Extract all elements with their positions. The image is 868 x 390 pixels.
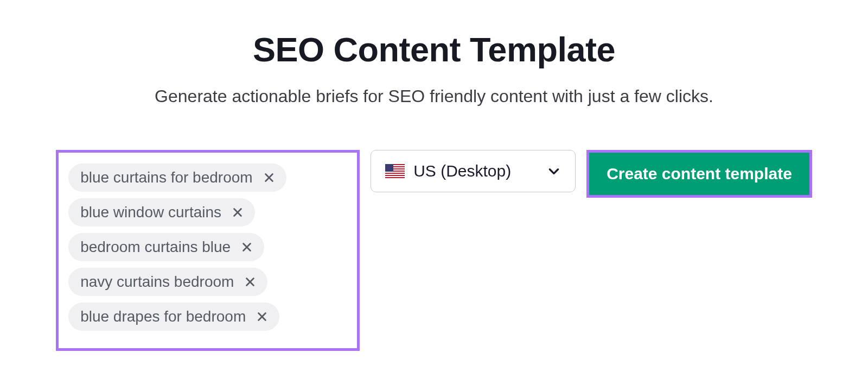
close-icon[interactable] <box>261 170 277 185</box>
keyword-chip: blue curtains for bedroom <box>68 163 286 192</box>
keywords-input-box[interactable]: blue curtains for bedroom blue window cu… <box>56 150 360 351</box>
chevron-down-icon <box>547 164 561 178</box>
close-icon[interactable] <box>242 274 258 290</box>
locale-select[interactable]: US (Desktop) <box>371 150 576 192</box>
page-title: SEO Content Template <box>253 30 615 69</box>
keyword-chip-label: navy curtains bedroom <box>80 273 234 291</box>
svg-rect-17 <box>385 164 393 172</box>
keyword-chip-label: blue drapes for bedroom <box>80 308 246 325</box>
cta-label: Create content template <box>607 165 792 183</box>
form-row: blue curtains for bedroom blue window cu… <box>56 150 812 351</box>
us-flag-icon <box>385 164 405 178</box>
keyword-chip: blue drapes for bedroom <box>68 303 279 331</box>
svg-rect-16 <box>385 176 405 177</box>
close-icon[interactable] <box>254 309 270 324</box>
keyword-chip: bedroom curtains blue <box>68 233 264 261</box>
page-container: SEO Content Template Generate actionable… <box>0 0 868 351</box>
keyword-chip-label: blue window curtains <box>80 204 221 221</box>
close-icon[interactable] <box>230 205 245 220</box>
svg-rect-15 <box>385 174 405 175</box>
keyword-chip: navy curtains bedroom <box>68 268 267 296</box>
create-content-template-button[interactable]: Create content template <box>589 153 809 195</box>
keyword-chip: blue window curtains <box>68 198 255 227</box>
locale-label: US (Desktop) <box>413 162 538 180</box>
page-subtitle: Generate actionable briefs for SEO frien… <box>155 86 713 106</box>
svg-rect-14 <box>385 172 405 173</box>
close-icon[interactable] <box>239 240 254 255</box>
keyword-chip-label: bedroom curtains blue <box>80 238 231 256</box>
cta-highlight: Create content template <box>586 150 812 198</box>
keyword-chip-label: blue curtains for bedroom <box>80 169 253 186</box>
